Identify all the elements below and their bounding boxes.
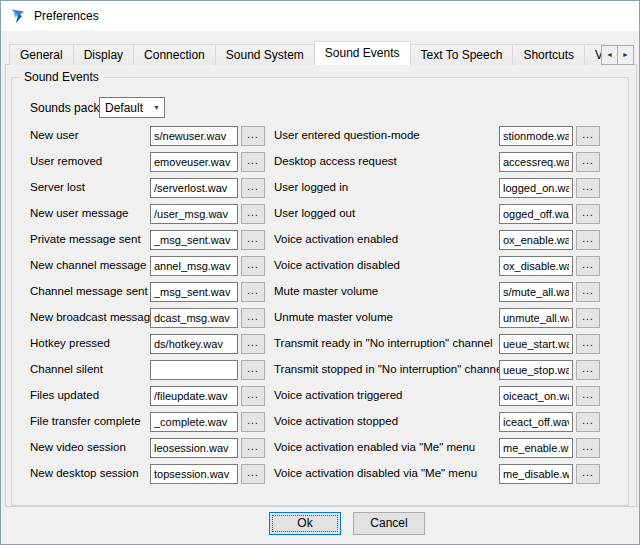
sound-event-row: Channel silent... (30, 360, 270, 380)
browse-button[interactable]: ... (576, 308, 600, 328)
sound-event-label: Channel message sent (30, 285, 148, 297)
browse-button[interactable]: ... (576, 412, 600, 432)
ok-button[interactable]: Ok (269, 512, 341, 535)
tab-bar: GeneralDisplayConnectionSound SystemSoun… (9, 41, 605, 65)
sound-event-label: Mute master volume (274, 285, 378, 297)
sound-event-row: New broadcast message... (30, 308, 270, 328)
browse-button[interactable]: ... (241, 256, 265, 276)
tab-text-to-speech[interactable]: Text To Speech (410, 44, 514, 65)
browse-button[interactable]: ... (241, 230, 265, 250)
tab-scroll-right-icon[interactable]: ► (617, 45, 634, 65)
sound-file-input[interactable] (150, 438, 238, 458)
sound-event-label: Voice activation triggered (274, 389, 403, 401)
sound-file-input[interactable] (499, 308, 573, 328)
tab-shortcuts[interactable]: Shortcuts (512, 44, 585, 65)
sound-file-input[interactable] (499, 412, 573, 432)
browse-button[interactable]: ... (241, 334, 265, 354)
sound-event-label: New channel message (30, 259, 146, 271)
browse-button[interactable]: ... (241, 152, 265, 172)
sound-event-label: User logged in (274, 181, 348, 193)
browse-button[interactable]: ... (576, 282, 600, 302)
preferences-dialog: { "window": { "title": "Preferences" }, … (0, 0, 640, 545)
browse-button[interactable]: ... (576, 464, 600, 484)
sound-file-input[interactable] (150, 386, 238, 406)
sound-event-row: Desktop access request... (274, 152, 612, 172)
sound-file-input[interactable] (499, 256, 573, 276)
sound-event-label: Hotkey pressed (30, 337, 110, 349)
sound-file-input[interactable] (499, 204, 573, 224)
sound-event-label: User logged out (274, 207, 355, 219)
browse-button[interactable]: ... (576, 230, 600, 250)
browse-button[interactable]: ... (241, 204, 265, 224)
sound-event-row: Hotkey pressed... (30, 334, 270, 354)
tab-connection[interactable]: Connection (133, 44, 216, 65)
sound-file-input[interactable] (150, 464, 238, 484)
browse-button[interactable]: ... (576, 256, 600, 276)
sound-event-label: User removed (30, 155, 102, 167)
sound-event-row: Voice activation enabled via "Me" menu..… (274, 438, 612, 458)
sound-file-input[interactable] (499, 334, 573, 354)
sound-event-row: User entered question-mode... (274, 126, 612, 146)
tab-sound-events[interactable]: Sound Events (314, 41, 411, 65)
sound-event-label: Voice activation disabled via "Me" menu (274, 467, 477, 479)
sound-file-input[interactable] (499, 152, 573, 172)
browse-button[interactable]: ... (241, 360, 265, 380)
sound-file-input[interactable] (150, 282, 238, 302)
browse-button[interactable]: ... (576, 438, 600, 458)
browse-button[interactable]: ... (241, 438, 265, 458)
sound-event-label: Transmit stopped in "No interruption" ch… (274, 363, 505, 375)
browse-button[interactable]: ... (241, 282, 265, 302)
sound-event-row: Mute master volume... (274, 282, 612, 302)
sound-file-input[interactable] (150, 126, 238, 146)
browse-button[interactable]: ... (576, 126, 600, 146)
sound-file-input[interactable] (150, 178, 238, 198)
sound-event-row: New user... (30, 126, 270, 146)
sound-file-input[interactable] (150, 230, 238, 250)
sound-file-input[interactable] (499, 282, 573, 302)
tab-display[interactable]: Display (73, 44, 134, 65)
sound-file-input[interactable] (499, 464, 573, 484)
browse-button[interactable]: ... (241, 308, 265, 328)
browse-button[interactable]: ... (576, 360, 600, 380)
sound-event-label: Private message sent (30, 233, 141, 245)
sound-file-input[interactable] (499, 178, 573, 198)
browse-button[interactable]: ... (576, 334, 600, 354)
browse-button[interactable]: ... (576, 152, 600, 172)
sound-file-input[interactable] (150, 334, 238, 354)
browse-button[interactable]: ... (241, 178, 265, 198)
sound-file-input[interactable] (150, 412, 238, 432)
sound-file-input[interactable] (499, 360, 573, 380)
sounds-pack-value: Default (105, 101, 143, 115)
sound-event-label: File transfer complete (30, 415, 141, 427)
tab-general[interactable]: General (9, 44, 74, 65)
browse-button[interactable]: ... (576, 386, 600, 406)
tab-scroller: ◄ ► (601, 45, 634, 65)
sound-event-label: New user (30, 129, 79, 141)
sound-file-input[interactable] (150, 360, 238, 380)
tab-sound-system[interactable]: Sound System (215, 44, 315, 65)
sound-event-label: Voice activation disabled (274, 259, 400, 271)
browse-button[interactable]: ... (241, 386, 265, 406)
sound-event-label: Transmit ready in "No interruption" chan… (274, 337, 493, 349)
browse-button[interactable]: ... (241, 126, 265, 146)
sound-event-row: Private message sent... (30, 230, 270, 250)
browse-button[interactable]: ... (576, 204, 600, 224)
tab-scroll-left-icon[interactable]: ◄ (601, 45, 618, 65)
browse-button[interactable]: ... (241, 412, 265, 432)
browse-button[interactable]: ... (576, 178, 600, 198)
sound-file-input[interactable] (150, 152, 238, 172)
sounds-pack-select[interactable]: Default ▼ (99, 97, 165, 118)
sound-file-input[interactable] (499, 438, 573, 458)
sound-file-input[interactable] (150, 256, 238, 276)
browse-button[interactable]: ... (241, 464, 265, 484)
sound-event-row: User logged out... (274, 204, 612, 224)
sound-file-input[interactable] (499, 230, 573, 250)
sound-file-input[interactable] (499, 386, 573, 406)
sound-file-input[interactable] (499, 126, 573, 146)
sound-file-input[interactable] (150, 204, 238, 224)
sound-file-input[interactable] (150, 308, 238, 328)
cancel-button[interactable]: Cancel (353, 512, 425, 535)
sound-event-row: Channel message sent... (30, 282, 270, 302)
sound-event-row: Transmit ready in "No interruption" chan… (274, 334, 612, 354)
sound-event-row: Server lost... (30, 178, 270, 198)
